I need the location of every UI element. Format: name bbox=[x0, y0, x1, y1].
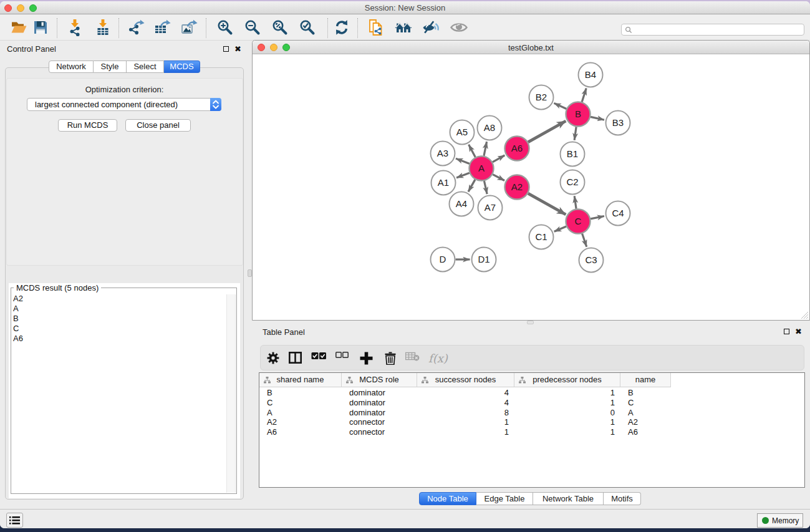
cell-predecessor-nodes[interactable]: 1 bbox=[514, 427, 620, 437]
save-session-icon[interactable] bbox=[32, 19, 49, 36]
graph-edge-A-A3[interactable] bbox=[456, 158, 470, 163]
column-header-name[interactable]: name bbox=[620, 373, 671, 387]
close-panel-button[interactable]: Close panel bbox=[125, 119, 191, 132]
graph-edge-C-C4[interactable] bbox=[591, 216, 604, 218]
graph-edge-B-B3[interactable] bbox=[591, 117, 604, 120]
graph-edge-B-B2[interactable] bbox=[554, 103, 566, 109]
tab-edge-table[interactable]: Edge Table bbox=[476, 492, 533, 505]
cell-successor-nodes[interactable]: 1 bbox=[417, 417, 514, 427]
cell-shared-name[interactable]: A6 bbox=[259, 427, 342, 437]
cell-MCDS-role[interactable]: connector bbox=[342, 427, 417, 437]
graph-edge-B-B4[interactable] bbox=[582, 88, 586, 102]
memory-button[interactable]: Memory bbox=[757, 513, 803, 528]
cell-shared-name[interactable]: B bbox=[259, 388, 342, 398]
cell-successor-nodes[interactable]: 8 bbox=[417, 408, 514, 418]
mcds-result-item[interactable]: A2 bbox=[13, 294, 225, 304]
zoom-in-icon[interactable] bbox=[216, 19, 234, 36]
mcds-result-scrollbar[interactable] bbox=[226, 294, 236, 493]
graph-edge-A2-C[interactable] bbox=[528, 193, 566, 215]
cell-shared-name[interactable]: C bbox=[259, 398, 342, 408]
tab-mcds[interactable]: MCDS bbox=[164, 60, 200, 73]
cell-MCDS-role[interactable]: dominator bbox=[342, 398, 417, 408]
column-header-successor-nodes[interactable]: successor nodes bbox=[417, 373, 514, 387]
graph-edge-A-A1[interactable] bbox=[456, 173, 470, 178]
zoom-selected-icon[interactable] bbox=[299, 19, 316, 36]
cell-name[interactable]: C bbox=[620, 398, 671, 408]
mcds-result-item[interactable]: B bbox=[13, 314, 225, 324]
tab-network-table[interactable]: Network Table bbox=[533, 492, 604, 505]
cell-shared-name[interactable]: A2 bbox=[259, 417, 342, 427]
column-header-predecessor-nodes[interactable]: predecessor nodes bbox=[514, 373, 620, 387]
import-table-icon[interactable] bbox=[94, 19, 112, 36]
cell-name[interactable]: A2 bbox=[620, 417, 671, 427]
mcds-result-item[interactable]: A bbox=[13, 304, 225, 314]
open-file-icon[interactable] bbox=[10, 19, 27, 36]
cell-successor-nodes[interactable]: 4 bbox=[417, 398, 514, 408]
export-image-icon[interactable] bbox=[180, 19, 198, 36]
graph-edge-A-A4[interactable] bbox=[468, 180, 475, 192]
show-icon[interactable] bbox=[450, 19, 468, 36]
resize-grip-icon[interactable] bbox=[800, 311, 808, 319]
graph-edge-A-A6[interactable] bbox=[493, 155, 505, 162]
table-panel-title: Table Panel bbox=[263, 327, 305, 337]
mcds-result-item[interactable]: A6 bbox=[13, 334, 225, 344]
zoom-fit-icon[interactable] bbox=[271, 19, 289, 36]
table-panel-close-button[interactable]: ✖ bbox=[795, 328, 802, 335]
mcds-result-item[interactable]: C bbox=[13, 324, 225, 334]
tab-motifs[interactable]: Motifs bbox=[604, 492, 641, 505]
run-mcds-button[interactable]: Run MCDS bbox=[58, 119, 117, 132]
column-header-MCDS-role[interactable]: MCDS role bbox=[342, 373, 417, 387]
graph-edge-B-B1[interactable] bbox=[574, 127, 576, 140]
graph-edge-C-C3[interactable] bbox=[582, 233, 587, 246]
tab-style[interactable]: Style bbox=[94, 60, 127, 73]
control-panel-float-button[interactable] bbox=[223, 46, 229, 52]
cell-predecessor-nodes[interactable]: 1 bbox=[514, 388, 620, 398]
graph-edge-A-A5[interactable] bbox=[469, 145, 476, 157]
hide-icon[interactable] bbox=[423, 19, 440, 36]
graph-edge-A-A7[interactable] bbox=[484, 181, 487, 194]
graph-edge-C-C1[interactable] bbox=[554, 226, 566, 231]
cell-name[interactable]: A bbox=[620, 408, 671, 418]
cell-name[interactable]: B bbox=[620, 388, 671, 398]
cell-predecessor-nodes[interactable]: 1 bbox=[514, 417, 620, 427]
splitter-grip-bottom[interactable] bbox=[527, 321, 534, 324]
export-network-icon[interactable] bbox=[127, 19, 145, 36]
graph-edge-A6-B[interactable] bbox=[528, 121, 566, 142]
graph-edge-A-A2[interactable] bbox=[493, 175, 504, 181]
control-panel-close-button[interactable]: ✖ bbox=[234, 46, 241, 52]
criterion-dropdown[interactable]: largest connected component (directed) bbox=[27, 98, 221, 111]
column-header-shared-name[interactable]: shared name bbox=[259, 373, 342, 387]
cell-successor-nodes[interactable]: 1 bbox=[417, 427, 514, 437]
zoom-out-icon[interactable] bbox=[244, 19, 261, 36]
import-network-icon[interactable] bbox=[66, 19, 84, 36]
cell-MCDS-role[interactable]: dominator bbox=[342, 388, 417, 398]
cell-predecessor-nodes[interactable]: 0 bbox=[514, 408, 620, 418]
refresh-icon[interactable] bbox=[333, 19, 350, 36]
graph-edge-C-C2[interactable] bbox=[574, 196, 576, 208]
delete-icon[interactable] bbox=[385, 352, 396, 365]
splitter-grip-left[interactable] bbox=[248, 269, 252, 277]
task-history-button[interactable] bbox=[6, 513, 23, 528]
network-graph-canvas[interactable]: B4B2BB3A8A5A6A3B1AC2A1A2A4A7C4CC1C3DD1 bbox=[253, 55, 809, 320]
dropdown-stepper-icon bbox=[210, 98, 221, 111]
cell-MCDS-role[interactable]: connector bbox=[342, 417, 417, 427]
show-columns-icon[interactable] bbox=[311, 352, 326, 360]
cell-name[interactable]: A6 bbox=[620, 427, 671, 437]
cell-MCDS-role[interactable]: dominator bbox=[342, 408, 417, 418]
export-table-icon[interactable] bbox=[153, 19, 171, 36]
cell-shared-name[interactable]: A bbox=[259, 408, 342, 418]
table-settings-icon[interactable] bbox=[267, 352, 279, 364]
add-icon[interactable] bbox=[360, 352, 373, 365]
columns-icon[interactable] bbox=[289, 352, 302, 364]
search-input[interactable] bbox=[621, 24, 804, 36]
cell-predecessor-nodes[interactable]: 1 bbox=[514, 398, 620, 408]
tab-node-table[interactable]: Node Table bbox=[419, 492, 476, 505]
duplicate-network-icon[interactable] bbox=[368, 19, 385, 36]
graph-edge-A-A8[interactable] bbox=[484, 142, 487, 156]
tab-network[interactable]: Network bbox=[49, 60, 94, 73]
hide-columns-icon[interactable] bbox=[335, 352, 349, 359]
tab-select[interactable]: Select bbox=[127, 60, 164, 73]
table-panel-float-button[interactable] bbox=[784, 329, 789, 334]
cell-successor-nodes[interactable]: 4 bbox=[417, 388, 514, 398]
home-icon[interactable] bbox=[395, 19, 412, 36]
